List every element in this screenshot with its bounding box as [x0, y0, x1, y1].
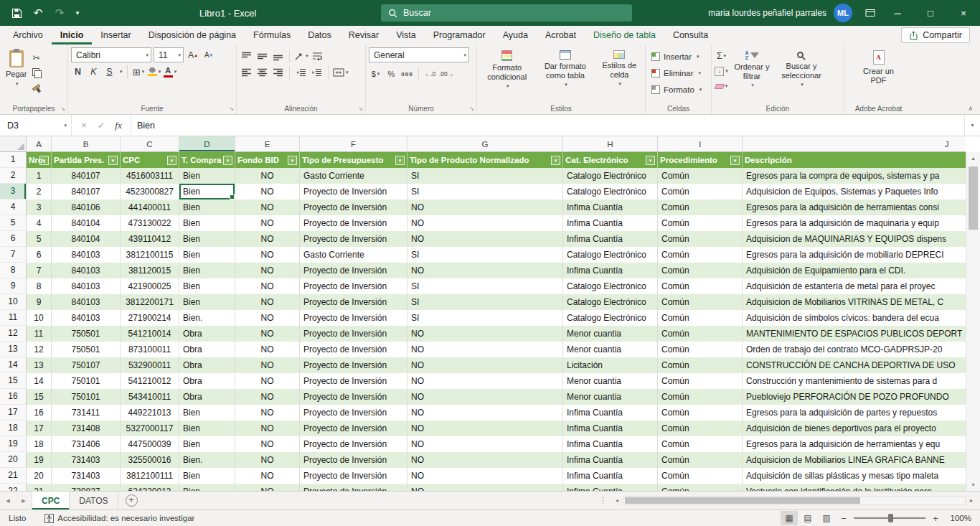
percent-style-button[interactable]: %	[385, 67, 398, 81]
cell-J11[interactable]: Adquisición de símbolos cívicos: bandera…	[743, 310, 966, 326]
cell-A6[interactable]: 5	[27, 231, 52, 247]
cell-B5[interactable]: 840104	[52, 215, 121, 231]
cell-F22[interactable]: Proyecto de Inversión	[300, 484, 407, 491]
cell-I8[interactable]: Común	[658, 263, 743, 278]
cell-I12[interactable]: Común	[658, 326, 743, 342]
cell-H14[interactable]: Licitación	[563, 357, 658, 373]
cell-H3[interactable]: Catalogo Electrónico	[563, 184, 658, 199]
vertical-scroll-track[interactable]	[966, 164, 980, 479]
cell-I21[interactable]: Común	[658, 468, 743, 484]
cell-B6[interactable]: 840104	[52, 231, 121, 247]
alignment-dialog-launcher[interactable]: ↘	[358, 105, 363, 112]
row-header-14[interactable]: 14	[0, 357, 27, 373]
cell-A22[interactable]: 21	[27, 484, 52, 491]
tab-datos[interactable]: Datos	[299, 26, 340, 44]
row-header-4[interactable]: 4	[0, 199, 27, 215]
filter-button-procedimiento[interactable]: ▾	[730, 156, 740, 165]
cell-G8[interactable]: NO	[407, 263, 563, 278]
page-break-view-button[interactable]: ▥	[818, 511, 835, 525]
cell-D7[interactable]: Bien	[179, 247, 235, 263]
cell-G2[interactable]: SI	[407, 168, 563, 184]
row-header-8[interactable]: 8	[0, 263, 27, 278]
cell-E4[interactable]: NO	[235, 199, 300, 215]
tab-dise-o-de-tabla[interactable]: Diseño de tabla	[585, 26, 664, 44]
cell-A17[interactable]: 16	[27, 405, 52, 421]
cell-B21[interactable]: 731403	[52, 468, 121, 484]
cell-G13[interactable]: NO	[407, 342, 563, 357]
cell-H6[interactable]: Infima Cuantía	[563, 231, 658, 247]
row-header-1[interactable]: 1	[0, 152, 27, 168]
cut-button[interactable]: ✂	[29, 50, 43, 65]
user-name[interactable]: maria lourdes peñafiel parrales	[708, 8, 826, 18]
insert-function-button[interactable]: fx	[110, 118, 126, 133]
column-header-H[interactable]: H	[563, 136, 658, 151]
cell-C8[interactable]: 381120015	[121, 263, 179, 278]
cell-D19[interactable]: Bien	[179, 436, 235, 452]
cell-J17[interactable]: Egresos para la adquisición de partes y …	[743, 405, 966, 421]
enter-button[interactable]: ✓	[93, 118, 109, 133]
cell-C10[interactable]: 3812200171	[121, 294, 179, 310]
format-cells-button[interactable]: Formato ▾	[649, 82, 708, 98]
cell-E16[interactable]: NO	[235, 389, 300, 405]
cell-A3[interactable]: 2	[27, 184, 52, 199]
merge-center-button[interactable]: ▾	[333, 65, 349, 80]
cell-I2[interactable]: Común	[658, 168, 743, 184]
cell-H9[interactable]: Catalogo Electrónico	[563, 278, 658, 294]
save-button[interactable]	[6, 2, 27, 24]
cell-H10[interactable]: Catalogo Electrónico	[563, 294, 658, 310]
cell-B9[interactable]: 840103	[52, 278, 121, 294]
underline-button[interactable]: S	[103, 65, 116, 79]
cell-C5[interactable]: 473130022	[121, 215, 179, 231]
font-dialog-launcher[interactable]: ↘	[229, 105, 234, 112]
search-box[interactable]: Buscar	[381, 4, 632, 22]
cell-I13[interactable]: Común	[658, 342, 743, 357]
cell-H21[interactable]: Infima Cuantía	[563, 468, 658, 484]
sheet-tab-cpc[interactable]: CPC	[32, 492, 70, 509]
tab-inicio[interactable]: Inicio	[52, 26, 93, 44]
cell-A12[interactable]: 11	[27, 326, 52, 342]
cell-F14[interactable]: Proyecto de Inversión	[300, 357, 407, 373]
cell-I15[interactable]: Común	[658, 373, 743, 389]
cell-F6[interactable]: Proyecto de Inversión	[300, 231, 407, 247]
filter-button-fondo-bid[interactable]: ▾	[288, 156, 297, 165]
table-header-C[interactable]: ▾CPC	[121, 152, 179, 168]
accounting-format-button[interactable]: $▾	[369, 67, 382, 81]
cell-H12[interactable]: Menor cuantia	[563, 326, 658, 342]
name-box[interactable]: D3 ▾	[0, 115, 72, 136]
cell-G12[interactable]: NO	[407, 326, 563, 342]
bold-button[interactable]: N	[71, 65, 85, 79]
cell-J2[interactable]: Egresos para la compra de equipos, siste…	[743, 168, 966, 184]
cell-J10[interactable]: Adquisicion de Mobiliarios VITRINAS DE M…	[743, 294, 966, 310]
increase-decimal-button[interactable]: ←.0	[423, 67, 437, 81]
cell-D8[interactable]: Bien	[179, 263, 235, 278]
cell-D4[interactable]: Bien	[179, 199, 235, 215]
cell-H16[interactable]: Menor cuantia	[563, 389, 658, 405]
cell-A20[interactable]: 19	[27, 452, 52, 468]
vertical-scroll-thumb[interactable]	[969, 166, 978, 230]
maximize-button[interactable]: □	[914, 0, 947, 26]
cell-I6[interactable]: Común	[658, 231, 743, 247]
cell-B7[interactable]: 840103	[52, 247, 121, 263]
redo-button[interactable]: ↷	[49, 2, 70, 24]
page-layout-view-button[interactable]: ▤	[799, 511, 816, 525]
cell-G5[interactable]: NO	[407, 215, 563, 231]
cell-H11[interactable]: Catalogo Electrónico	[563, 310, 658, 326]
cell-H8[interactable]: Infima Cuantía	[563, 263, 658, 278]
cell-B3[interactable]: 840107	[52, 184, 121, 199]
cell-B20[interactable]: 731403	[52, 452, 121, 468]
tab-ayuda[interactable]: Ayuda	[494, 26, 537, 44]
cell-J22[interactable]: Vestuario con identificación de la insti…	[743, 484, 966, 491]
cell-G21[interactable]: NO	[407, 468, 563, 484]
tab-scroll-splitter[interactable]: ⋮	[599, 496, 607, 505]
cell-I10[interactable]: Común	[658, 294, 743, 310]
cell-A18[interactable]: 17	[27, 421, 52, 436]
row-header-10[interactable]: 10	[0, 294, 27, 310]
cell-F15[interactable]: Proyecto de Inversión	[300, 373, 407, 389]
cell-A7[interactable]: 6	[27, 247, 52, 263]
column-header-D[interactable]: D	[179, 136, 235, 151]
cell-C16[interactable]: 543410011	[121, 389, 179, 405]
share-button[interactable]: Compartir	[901, 27, 970, 43]
column-header-F[interactable]: F	[300, 136, 407, 151]
scroll-left-arrow[interactable]: ◂	[611, 497, 623, 504]
cell-D17[interactable]: Bien	[179, 405, 235, 421]
